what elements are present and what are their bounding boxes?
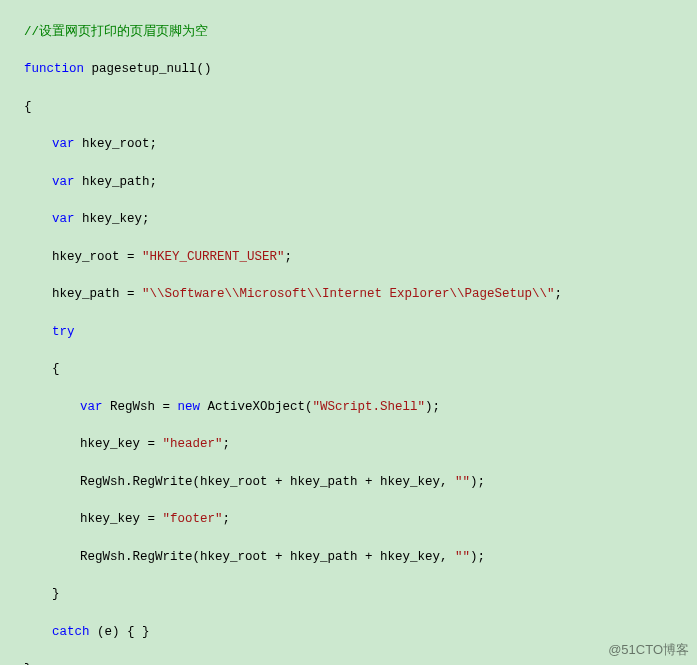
assign-lhs: hkey_key =: [80, 437, 163, 451]
call-close: );: [470, 475, 485, 489]
code-line: hkey_path = "\\Software\\Microsoft\\Inte…: [0, 285, 697, 304]
fn-name: pagesetup_null(): [84, 62, 212, 76]
call-close: );: [425, 400, 440, 414]
string-literal: "HKEY_CURRENT_USER": [142, 250, 285, 264]
catch-body: (e) { }: [90, 625, 150, 639]
semicolon: ;: [555, 287, 563, 301]
call-close: );: [470, 550, 485, 564]
code-line: hkey_key = "footer";: [0, 510, 697, 529]
semicolon: ;: [223, 437, 231, 451]
method-call: RegWsh.RegWrite(hkey_root + hkey_path + …: [80, 550, 455, 564]
string-literal: "": [455, 550, 470, 564]
code-line: {: [0, 98, 697, 117]
semicolon: ;: [285, 250, 293, 264]
keyword-var: var: [80, 400, 103, 414]
code-line: function pagesetup_null(): [0, 60, 697, 79]
keyword-catch: catch: [52, 625, 90, 639]
code-line: }: [0, 660, 697, 665]
keyword-var: var: [52, 212, 75, 226]
assign-lhs: hkey_key =: [80, 512, 163, 526]
brace-open: {: [24, 100, 32, 114]
code-line: //设置网页打印的页眉页脚为空: [0, 23, 697, 42]
code-line: var hkey_key;: [0, 210, 697, 229]
string-literal: "WScript.Shell": [313, 400, 426, 414]
semicolon: ;: [223, 512, 231, 526]
assign-lhs: hkey_path =: [52, 287, 142, 301]
keyword-var: var: [52, 137, 75, 151]
brace-open: {: [52, 362, 60, 376]
string-literal: "": [455, 475, 470, 489]
code-line: var RegWsh = new ActiveXObject("WScript.…: [0, 398, 697, 417]
code-line: hkey_key = "header";: [0, 435, 697, 454]
assign-lhs: RegWsh =: [103, 400, 178, 414]
brace-close: }: [52, 587, 60, 601]
string-literal: "header": [163, 437, 223, 451]
var-name: hkey_path;: [75, 175, 158, 189]
code-line: catch (e) { }: [0, 623, 697, 642]
method-call: RegWsh.RegWrite(hkey_root + hkey_path + …: [80, 475, 455, 489]
code-line: RegWsh.RegWrite(hkey_root + hkey_path + …: [0, 548, 697, 567]
assign-lhs: hkey_root =: [52, 250, 142, 264]
var-name: hkey_key;: [75, 212, 150, 226]
code-block: //设置网页打印的页眉页脚为空 function pagesetup_null(…: [0, 0, 697, 665]
keyword-function: function: [24, 62, 84, 76]
watermark: @51CTO博客: [608, 640, 689, 660]
var-name: hkey_root;: [75, 137, 158, 151]
keyword-new: new: [178, 400, 201, 414]
code-line: try: [0, 323, 697, 342]
keyword-try: try: [52, 325, 75, 339]
code-line: var hkey_path;: [0, 173, 697, 192]
code-line: {: [0, 360, 697, 379]
string-literal: "\\Software\\Microsoft\\Internet Explore…: [142, 287, 555, 301]
string-literal: "footer": [163, 512, 223, 526]
code-line: }: [0, 585, 697, 604]
code-line: hkey_root = "HKEY_CURRENT_USER";: [0, 248, 697, 267]
ctor-call: ActiveXObject(: [200, 400, 313, 414]
code-line: RegWsh.RegWrite(hkey_root + hkey_path + …: [0, 473, 697, 492]
code-line: var hkey_root;: [0, 135, 697, 154]
keyword-var: var: [52, 175, 75, 189]
comment: //设置网页打印的页眉页脚为空: [24, 25, 208, 39]
